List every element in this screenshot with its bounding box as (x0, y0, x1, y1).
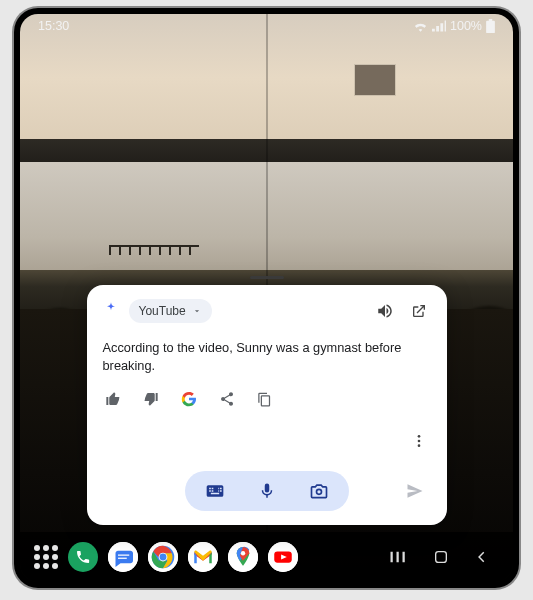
nav-recents[interactable] (389, 549, 407, 565)
google-search-icon[interactable] (179, 389, 199, 409)
chevron-down-icon (192, 306, 202, 316)
status-right: 100% (413, 19, 495, 33)
battery-icon (486, 19, 495, 33)
input-row (103, 471, 431, 511)
more-icon[interactable] (407, 429, 431, 453)
send-icon[interactable] (403, 479, 427, 503)
taskbar (20, 532, 513, 582)
app-gmail[interactable] (188, 542, 218, 572)
app-maps[interactable] (228, 542, 258, 572)
svg-point-2 (417, 444, 420, 447)
drag-handle[interactable] (250, 276, 284, 279)
share-icon[interactable] (217, 389, 237, 409)
assistant-response: According to the video, Sunny was a gymn… (103, 339, 431, 375)
thumbs-up-icon[interactable] (103, 389, 123, 409)
svg-rect-4 (118, 555, 129, 556)
wifi-icon (413, 20, 428, 32)
mic-icon[interactable] (255, 479, 279, 503)
app-phone[interactable] (68, 542, 98, 572)
svg-point-12 (241, 551, 245, 555)
svg-rect-15 (391, 552, 393, 563)
chip-label: YouTube (139, 304, 186, 318)
svg-point-9 (160, 554, 167, 561)
thumbs-down-icon[interactable] (141, 389, 161, 409)
speaker-icon[interactable] (373, 299, 397, 323)
svg-rect-17 (403, 552, 405, 563)
nav-home[interactable] (433, 549, 449, 565)
source-chip[interactable]: YouTube (129, 299, 212, 323)
svg-rect-5 (118, 558, 127, 559)
svg-point-0 (417, 435, 420, 438)
open-external-icon[interactable] (407, 299, 431, 323)
input-pill (185, 471, 349, 511)
status-bar: 15:30 100% (20, 14, 513, 38)
action-row (103, 389, 431, 409)
app-drawer-icon[interactable] (34, 545, 58, 569)
camera-icon[interactable] (307, 479, 331, 503)
cell-signal-icon (432, 20, 446, 32)
app-messages[interactable] (108, 542, 138, 572)
sparkle-icon (103, 301, 119, 321)
nav-back[interactable] (475, 549, 489, 565)
app-youtube[interactable] (268, 542, 298, 572)
screen: 15:30 100% (20, 14, 513, 582)
svg-rect-16 (397, 552, 399, 563)
status-time: 15:30 (38, 19, 69, 33)
svg-rect-18 (436, 552, 447, 563)
nav-buttons (389, 549, 499, 565)
svg-point-1 (417, 440, 420, 443)
card-header: YouTube (103, 299, 431, 323)
app-chrome[interactable] (148, 542, 178, 572)
assistant-card: YouTube According to the video, Sunny wa… (87, 285, 447, 525)
keyboard-icon[interactable] (203, 479, 227, 503)
battery-percent: 100% (450, 19, 482, 33)
copy-icon[interactable] (255, 389, 275, 409)
device-frame: 15:30 100% (14, 8, 519, 588)
